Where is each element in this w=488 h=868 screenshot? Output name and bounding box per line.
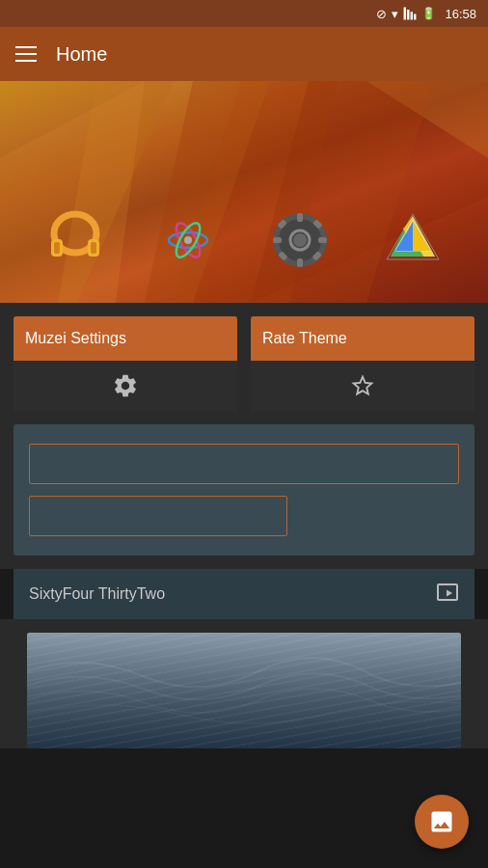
- status-bar: ⊘ ▾ 🔋 16:58: [0, 0, 488, 27]
- block-icon: ⊘: [376, 7, 387, 21]
- hamburger-line-1: [15, 46, 37, 48]
- gallery-image: [27, 633, 461, 748]
- status-icons: ⊘ ▾ 🔋 16:58: [376, 7, 476, 21]
- page-title: Home: [56, 43, 107, 66]
- app-icons-row: [0, 206, 488, 274]
- muzei-settings-icon-row[interactable]: [14, 361, 237, 411]
- settings-app-icon[interactable]: [266, 206, 334, 274]
- hamburger-line-2: [15, 53, 37, 55]
- widget-footer: SixtyFour ThirtyTwo: [14, 569, 474, 619]
- widget-input-large[interactable]: [29, 444, 459, 484]
- status-time: 16:58: [445, 7, 476, 21]
- svg-rect-21: [297, 258, 303, 267]
- rate-theme-label: Rate Theme: [251, 316, 474, 361]
- svg-point-15: [184, 236, 192, 244]
- gallery-section-wrapper: [0, 619, 488, 748]
- widget-footer-text: SixtyFour ThirtyTwo: [29, 585, 165, 603]
- svg-rect-22: [273, 237, 282, 243]
- svg-point-19: [293, 233, 307, 247]
- headphones-icon[interactable]: [41, 206, 109, 274]
- rate-theme-card[interactable]: Rate Theme: [251, 316, 474, 411]
- svg-rect-20: [297, 213, 303, 222]
- photo-icon: [428, 808, 455, 835]
- battery-icon: 🔋: [421, 7, 436, 20]
- orbital-icon[interactable]: [154, 206, 222, 274]
- svg-rect-11: [91, 242, 96, 254]
- buttons-section: Muzei Settings Rate Theme: [0, 303, 488, 424]
- fab-button[interactable]: [415, 795, 469, 849]
- page-wrapper: ⊘ ▾ 🔋 16:58 Home: [0, 0, 488, 868]
- play-box-icon[interactable]: [436, 581, 459, 609]
- signal-icon: [403, 7, 417, 20]
- hamburger-line-3: [15, 60, 37, 62]
- svg-rect-10: [54, 242, 60, 254]
- star-icon: [349, 372, 376, 399]
- widget-input-small[interactable]: [29, 496, 287, 536]
- wifi-icon: ▾: [392, 7, 398, 21]
- rate-theme-icon-row[interactable]: [251, 361, 474, 411]
- hamburger-icon[interactable]: [15, 46, 37, 62]
- wave-svg: [27, 633, 461, 748]
- hero-banner: [0, 81, 488, 303]
- gallery-section: [27, 633, 461, 748]
- widget-card: [14, 424, 474, 556]
- svg-rect-23: [318, 237, 327, 243]
- gear-icon: [112, 372, 139, 399]
- widget-section: [0, 424, 488, 569]
- toolbar: Home: [0, 27, 488, 81]
- drive-icon[interactable]: [379, 206, 447, 274]
- muzei-settings-card[interactable]: Muzei Settings: [14, 316, 237, 411]
- muzei-settings-label: Muzei Settings: [14, 316, 237, 361]
